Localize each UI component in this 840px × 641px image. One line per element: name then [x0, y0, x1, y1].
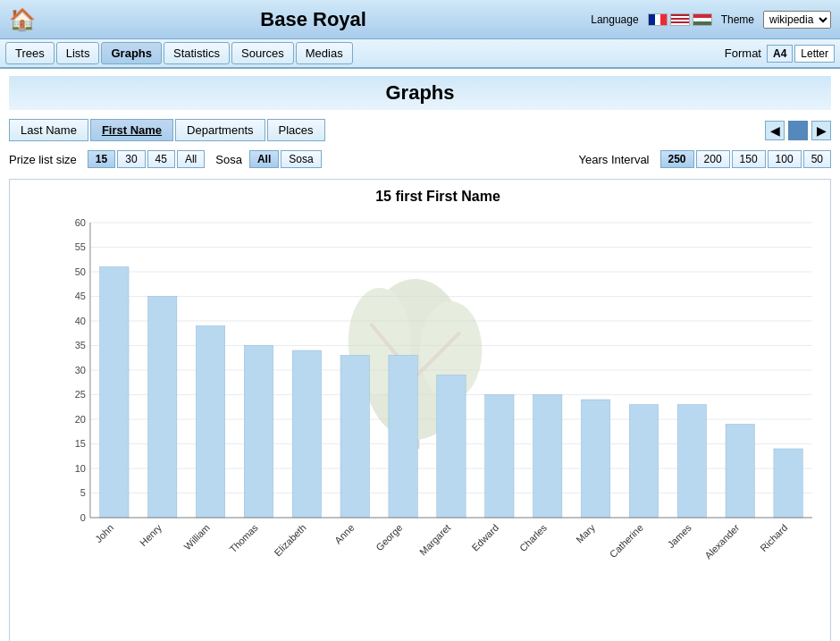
bar-label-catherine: Catherine [608, 522, 645, 560]
app-title: Base Royal [36, 8, 591, 31]
svg-text:25: 25 [75, 389, 86, 400]
years-interval-label: Years Interval [579, 153, 650, 166]
bar-label-elizabeth: Elizabeth [272, 522, 307, 558]
svg-text:15: 15 [75, 438, 86, 449]
years-200[interactable]: 200 [696, 150, 730, 168]
prize-30[interactable]: 30 [117, 150, 145, 168]
bar-label-henry: Henry [138, 522, 164, 549]
nav-sources[interactable]: Sources [231, 42, 294, 64]
bar-george [389, 356, 417, 519]
nav-trees[interactable]: Trees [5, 42, 55, 64]
svg-text:30: 30 [75, 365, 86, 375]
nav-arrows: ◀ ▶ [765, 121, 831, 140]
bar-mary [581, 400, 609, 518]
language-label: Language [591, 13, 638, 26]
bar-label-margaret: Margaret [417, 522, 452, 558]
svg-text:45: 45 [75, 291, 86, 301]
graph-type-lastname[interactable]: Last Name [9, 119, 88, 141]
flag-english[interactable] [670, 13, 690, 26]
graph-type-bar: Last Name First Name Departments Places … [9, 119, 831, 141]
header-right: Language Theme wikipedia classic dark [591, 11, 831, 29]
header-left: 🏠 [9, 7, 36, 32]
svg-text:60: 60 [75, 217, 86, 228]
bar-charles [533, 395, 562, 519]
svg-text:35: 35 [75, 340, 86, 350]
bar-thomas [244, 346, 273, 519]
years-100[interactable]: 100 [768, 150, 802, 168]
header: 🏠 Base Royal Language Theme wikipedia cl… [0, 0, 840, 39]
nav-bar: Trees Lists Graphs Statistics Sources Me… [0, 39, 840, 69]
graph-type-firstname[interactable]: First Name [90, 119, 173, 141]
color-square[interactable] [788, 121, 808, 140]
theme-label: Theme [721, 13, 754, 26]
prize-all[interactable]: All [177, 150, 205, 168]
sosa-sosa[interactable]: Sosa [281, 150, 321, 168]
format-a4[interactable]: A4 [767, 45, 793, 63]
sosa-group: All Sosa [249, 150, 322, 168]
home-icon[interactable]: 🏠 [9, 7, 36, 32]
bar-label-william: William [182, 522, 212, 552]
svg-text:55: 55 [75, 241, 86, 252]
bar-anne [340, 356, 369, 519]
bar-william [196, 326, 224, 519]
bar-label-anne: Anne [332, 522, 357, 546]
nav-graphs[interactable]: Graphs [101, 42, 162, 64]
bar-richard [774, 449, 802, 518]
years-150[interactable]: 150 [732, 150, 766, 168]
theme-select[interactable]: wikipedia classic dark [763, 11, 831, 29]
graph-type-departments[interactable]: Departments [175, 119, 265, 141]
svg-text:50: 50 [75, 266, 86, 277]
svg-text:5: 5 [80, 487, 86, 498]
years-250[interactable]: 250 [660, 150, 694, 168]
graphs-section-title: Graphs [9, 76, 831, 110]
next-arrow[interactable]: ▶ [811, 121, 831, 140]
bar-label-mary: Mary [574, 522, 597, 545]
svg-text:40: 40 [75, 316, 86, 326]
prev-arrow[interactable]: ◀ [765, 121, 785, 140]
chart-title: 15 first First Name [55, 189, 821, 205]
bar-margaret [437, 375, 466, 519]
bar-edward [485, 395, 514, 519]
bar-label-thomas: Thomas [227, 522, 260, 555]
nav-statistics[interactable]: Statistics [164, 42, 230, 64]
bar-label-john: John [93, 522, 115, 544]
options-bar: Prize list size 15 30 45 All Sosa All So… [9, 150, 831, 168]
chart-container: 15 first First Name 05101520253035404550… [9, 179, 831, 641]
sosa-label: Sosa [215, 153, 242, 166]
prize-15[interactable]: 15 [88, 150, 115, 168]
sosa-all[interactable]: All [249, 150, 279, 168]
bar-henry [148, 297, 177, 519]
chart-svg: 051015202530354045505560JohnHenryWilliam… [55, 214, 821, 589]
years-50[interactable]: 50 [803, 150, 831, 168]
bar-label-charles: Charles [517, 522, 550, 554]
nav-lists[interactable]: Lists [56, 42, 100, 64]
bar-james [677, 405, 706, 519]
bar-alexander [726, 425, 754, 519]
flag-hungarian[interactable] [693, 13, 712, 26]
format-letter[interactable]: Letter [794, 45, 835, 63]
flag-french[interactable] [648, 13, 668, 26]
bar-elizabeth [292, 350, 321, 518]
bar-label-edward: Edward [470, 522, 501, 553]
graph-type-places[interactable]: Places [267, 119, 325, 141]
years-group: 250 200 150 100 50 [660, 150, 831, 168]
bar-label-alexander: Alexander [702, 522, 742, 561]
svg-text:0: 0 [80, 512, 86, 523]
language-flags [648, 13, 712, 26]
page-content: Graphs Last Name First Name Departments … [0, 69, 840, 641]
prize-45[interactable]: 45 [147, 150, 175, 168]
prize-list-group: 15 30 45 All [88, 150, 205, 168]
prize-list-label: Prize list size [9, 153, 77, 166]
bar-label-james: James [665, 522, 693, 551]
svg-text:10: 10 [75, 463, 86, 474]
bar-john [100, 267, 129, 519]
svg-text:20: 20 [75, 414, 86, 425]
bar-label-richard: Richard [758, 522, 789, 553]
bar-label-george: George [374, 522, 404, 552]
bar-catherine [629, 405, 658, 519]
graph-type-buttons: Last Name First Name Departments Places [9, 119, 325, 141]
format-label: Format [725, 46, 761, 60]
nav-medias[interactable]: Medias [296, 42, 353, 64]
chart-inner: 051015202530354045505560JohnHenryWilliam… [55, 214, 821, 589]
